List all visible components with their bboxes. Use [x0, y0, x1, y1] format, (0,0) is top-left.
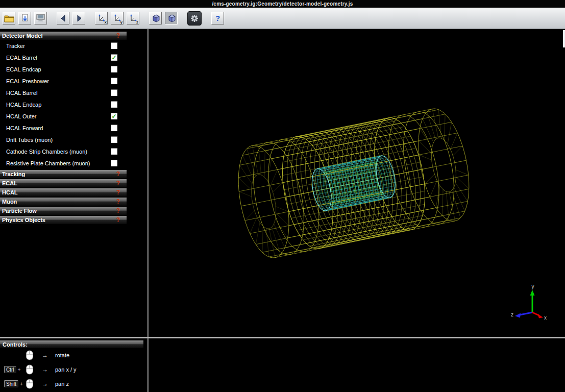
orientation-axes: y z x — [511, 284, 547, 321]
z-axis-arrow — [520, 312, 532, 315]
axis-z-label: z — [136, 20, 138, 24]
detector-checkbox[interactable] — [111, 148, 117, 155]
detector-checkbox[interactable] — [111, 42, 117, 49]
detector-item-label: Cathode Strip Chambers (muon) — [6, 149, 87, 155]
help-question-mark[interactable]: ? — [116, 170, 120, 178]
section-detector-model[interactable]: Detector Model ? — [0, 32, 127, 40]
detector-model-row[interactable]: HCAL Endcap — [0, 99, 127, 110]
forward-arrow-icon — [75, 14, 83, 22]
detector-model-list: Tracker ECAL Barrel ECAL Endcap ECAL Pre… — [0, 40, 148, 169]
open-remote-button[interactable] — [18, 12, 31, 24]
detector-checkbox[interactable] — [111, 54, 117, 61]
orthographic-view-button[interactable] — [165, 12, 178, 24]
window-title: /cms-geometry.ig:Geometry/detector-model… — [212, 1, 353, 7]
control-action-label: pan x / y — [55, 366, 77, 373]
detector-model-row[interactable]: ECAL Endcap — [0, 63, 127, 75]
back-button[interactable] — [57, 12, 69, 24]
help-button[interactable]: ? — [211, 12, 224, 24]
detector-item-label: Drift Tubes (muon) — [6, 137, 53, 143]
help-question-mark[interactable]: ? — [116, 216, 120, 224]
perspective-view-button[interactable] — [149, 12, 162, 24]
import-file-icon — [20, 14, 30, 23]
view-y-axis-button[interactable]: y — [111, 12, 124, 24]
section-label: Particle Flow — [2, 208, 37, 214]
detector-model-row[interactable]: Resistive Plate Chambers (muon) — [0, 157, 127, 169]
control-action-label: pan z — [55, 381, 69, 387]
help-question-icon: ? — [215, 14, 220, 22]
control-action-label: rotate — [55, 352, 69, 358]
sidebar-section-physics-objects[interactable]: Physics Objects ? — [0, 216, 127, 224]
detector-checkbox[interactable] — [111, 136, 117, 143]
open-file-button[interactable] — [3, 12, 15, 24]
detector-model-row[interactable]: HCAL Outer — [0, 110, 127, 122]
detector-geometry — [230, 104, 478, 262]
shift-keycap: Shift — [4, 380, 18, 387]
section-label: Detector Model — [2, 33, 42, 39]
mouse-icon — [26, 379, 34, 389]
forward-button[interactable] — [72, 12, 85, 24]
scrollbar-thumb[interactable] — [563, 30, 565, 47]
detector-checkbox[interactable] — [111, 66, 117, 72]
help-question-mark[interactable]: ? — [116, 207, 120, 214]
z-axis-arrowhead — [515, 313, 521, 318]
arrow-glyph: → — [42, 380, 52, 387]
help-question-mark[interactable]: ? — [116, 189, 120, 196]
detector-checkbox[interactable] — [111, 125, 117, 131]
screenshot-button[interactable] — [34, 12, 47, 24]
sidebar-section-hcal[interactable]: HCAL ? — [0, 188, 127, 197]
help-question-mark[interactable]: ? — [116, 32, 120, 39]
mouse-icon — [26, 350, 34, 360]
section-label: ECAL — [2, 180, 17, 186]
detector-item-label: Tracker — [6, 43, 25, 49]
sidebar-section-muon[interactable]: Muon ? — [0, 198, 127, 206]
y-axis-label: y — [532, 284, 534, 289]
plus-glyph: + — [18, 367, 21, 373]
mouse-icon — [26, 364, 34, 375]
detector-checkbox[interactable] — [111, 89, 117, 96]
help-question-mark[interactable]: ? — [116, 198, 120, 205]
arrow-glyph: → — [42, 352, 52, 359]
viewport-3d[interactable]: y z x — [149, 29, 565, 337]
detector-checkbox[interactable] — [111, 113, 117, 119]
control-hint-pan-xy: Ctrl + → pan x / y — [0, 362, 148, 377]
controls-header: Controls: — [0, 340, 143, 348]
detector-item-label: HCAL Forward — [6, 125, 43, 131]
detector-model-row[interactable]: ECAL Preshower — [0, 75, 127, 87]
axis-y-label: y — [120, 20, 122, 24]
detector-model-row[interactable]: ECAL Barrel — [0, 52, 127, 63]
x-axis-arrowhead — [537, 314, 543, 318]
detector-checkbox[interactable] — [111, 101, 117, 108]
detector-item-label: ECAL Preshower — [6, 78, 49, 84]
section-label: HCAL — [2, 189, 18, 195]
view-x-axis-button[interactable]: x — [95, 12, 108, 24]
sidebar-section-particle-flow[interactable]: Particle Flow ? — [0, 207, 127, 215]
cube-icon — [151, 14, 160, 23]
detector-model-row[interactable]: Drift Tubes (muon) — [0, 134, 127, 145]
detector-checkbox[interactable] — [111, 160, 117, 166]
detector-model-row[interactable]: Cathode Strip Chambers (muon) — [0, 145, 127, 157]
help-question-mark[interactable]: ? — [116, 180, 120, 187]
bottom-pane — [149, 338, 565, 392]
detector-model-row[interactable]: Tracker — [0, 40, 127, 52]
monitor-icon — [36, 14, 45, 22]
control-hint-rotate: → rotate — [0, 348, 148, 362]
detector-item-label: HCAL Outer — [6, 113, 37, 119]
detector-model-row[interactable]: HCAL Forward — [0, 122, 127, 134]
detector-checkbox[interactable] — [111, 78, 117, 84]
arrow-glyph: → — [42, 366, 52, 373]
detector-item-label: ECAL Barrel — [6, 55, 37, 61]
z-axis-label: z — [511, 312, 513, 317]
back-arrow-icon — [59, 14, 67, 22]
ctrl-keycap: Ctrl — [4, 366, 16, 373]
section-label: Physics Objects — [2, 217, 45, 223]
y-axis-arrowhead — [530, 290, 535, 296]
plus-glyph: + — [20, 381, 23, 387]
view-z-axis-button[interactable]: z — [127, 12, 139, 24]
sidebar-section-tracking[interactable]: Tracking ? — [0, 170, 127, 178]
detector-model-row[interactable]: HCAL Barrel — [0, 87, 127, 99]
sidebar-section-ecal[interactable]: ECAL ? — [0, 179, 127, 187]
section-label: Tracking — [2, 171, 25, 177]
key-slot: Shift + — [4, 380, 26, 387]
settings-button[interactable] — [187, 11, 202, 26]
axis-x-label: x — [105, 20, 107, 24]
